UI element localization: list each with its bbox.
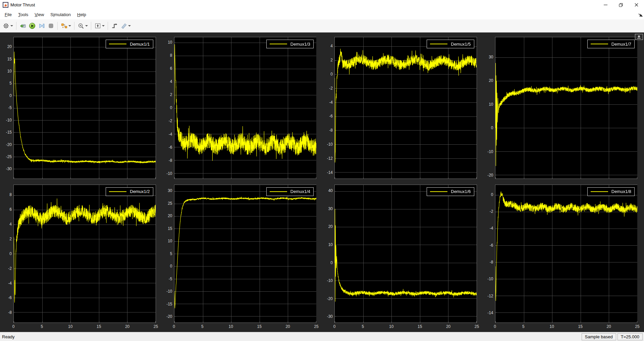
legend[interactable]: Demux1/7 [587,40,635,48]
scope-display-demux1-8: 0-2-4-6-8-10-12-14Demux1/80510152025 [483,180,641,331]
y-tick-label: -12 [487,294,493,298]
y-axis-tick-labels: 302520151050-5-10-15-20 [162,185,174,323]
y-tick-label: 15 [168,226,172,231]
y-tick-label: 10 [7,69,12,74]
y-tick-label: -10 [166,171,172,176]
y-tick-label: 2 [9,237,12,241]
y-tick-label: -4 [8,281,12,286]
scope-display-demux1-3: 1086420-2-4-6-8-10Demux1/3 [162,34,320,179]
legend[interactable]: Demux1/5 [427,40,474,48]
y-tick-label: -6 [8,295,12,300]
legend[interactable]: Demux1/6 [427,187,474,196]
menu-view[interactable]: View [32,11,47,18]
run-button[interactable] [28,21,37,31]
x-tick-label: 10 [389,324,393,329]
y-tick-label: 20 [489,78,493,83]
expand-up-icon[interactable] [635,34,643,40]
legend[interactable]: Demux1/2 [106,187,153,196]
y-tick-label: 8 [170,53,172,58]
x-axis-tick-labels: 0510152025 [334,323,477,331]
scope-canvas: 20151050-5-10-15-20-25-30Demux1/11086420… [0,33,644,332]
stop-button[interactable] [46,21,56,31]
legend-label: Demux1/8 [611,189,634,194]
trigger-button[interactable] [110,21,119,31]
menu-tools[interactable]: Tools [15,11,31,18]
x-tick-label: 20 [606,324,611,329]
step-forward-icon [38,22,45,29]
step-forward-button[interactable] [37,21,46,31]
legend[interactable]: Demux1/3 [266,40,314,48]
legend[interactable]: Demux1/8 [587,187,635,196]
y-tick-label: -14 [487,310,493,315]
plot-area[interactable]: Demux1/4 [174,185,317,323]
dropdown-caret-icon [102,25,105,27]
y-tick-label: -8 [169,158,172,163]
y-tick-label: 30 [489,55,493,59]
dock-arrow-icon[interactable] [638,12,643,18]
close-icon [635,3,638,7]
x-tick-label: 5 [522,324,525,329]
toolbar-separator [74,22,74,30]
plot-area[interactable]: Demux1/8 [495,185,638,323]
menu-simulation[interactable]: Simulation [47,11,74,18]
plot-area[interactable]: Demux1/3 [174,37,317,179]
scope-display-demux1-2: 86420-2-4-6-8Demux1/20510152025 [1,180,159,331]
signal-selector-button[interactable] [59,21,72,31]
legend-line-sample [430,44,447,44]
x-tick-label: 5 [362,324,364,329]
y-tick-label: -20 [327,296,333,301]
legend-line-sample [591,44,608,44]
restore-button[interactable] [613,0,629,10]
y-tick-label: -20 [487,173,493,178]
y-tick-label: 5 [170,251,172,256]
legend-line-sample [109,44,126,44]
y-tick-label: 15 [7,57,12,61]
y-tick-label: -30 [327,314,333,319]
measurements-button[interactable] [119,21,132,31]
y-tick-label: 30 [328,206,333,211]
y-axis-tick-labels: 403020100-10-20-30 [322,185,334,323]
legend[interactable]: Demux1/1 [106,40,153,48]
y-tick-label: 10 [168,40,172,45]
legend-line-sample [270,191,287,192]
legend-label: Demux1/2 [130,189,153,194]
scope-display-demux1-7: 3020100-10-20Demux1/7 [483,34,641,179]
plot-area[interactable]: Demux1/6 [334,185,477,323]
plot-area[interactable]: Demux1/5 [334,37,477,179]
zoom-in-button[interactable] [76,21,89,31]
toolbar [0,19,644,33]
x-tick-label: 5 [41,324,43,329]
plot-area[interactable]: Demux1/7 [495,37,638,179]
plot-area[interactable]: Demux1/2 [13,185,156,323]
toolbar-separator [16,22,16,30]
x-tick-label: 15 [97,324,101,329]
legend[interactable]: Demux1/4 [266,187,314,196]
x-tick-label: 20 [446,324,450,329]
status-sample-mode: Sample based [582,333,616,340]
y-tick-label: -2 [8,266,12,271]
y-tick-label: 25 [168,201,172,206]
menu-file[interactable]: File [2,11,15,18]
minimize-button[interactable] [598,0,613,10]
y-axis-tick-labels: 3020100-10-20 [483,37,495,179]
menu-help[interactable]: Help [74,11,89,18]
close-button[interactable] [629,0,644,10]
configuration-button[interactable] [1,21,14,31]
x-tick-label: 10 [229,324,233,329]
y-tick-label: 40 [328,188,333,193]
x-tick-label: 10 [550,324,554,329]
y-tick-label: 10 [168,239,172,243]
y-axis-tick-labels: 0-2-4-6-8-10-12-14 [483,185,495,323]
trigger-icon [111,22,118,29]
y-tick-label: 0 [491,192,493,197]
x-tick-label: 25 [635,324,639,329]
y-tick-label: -12 [327,156,333,161]
toolbar-separator [57,22,58,30]
span-button[interactable] [93,21,106,31]
y-tick-label: 2 [170,92,172,97]
y-tick-label: -2 [329,86,333,91]
signal-selector-icon [61,22,67,29]
plot-area[interactable]: Demux1/1 [13,37,156,179]
highlight-simulink-block-button[interactable] [18,21,28,31]
y-tick-label: -15 [166,302,172,306]
